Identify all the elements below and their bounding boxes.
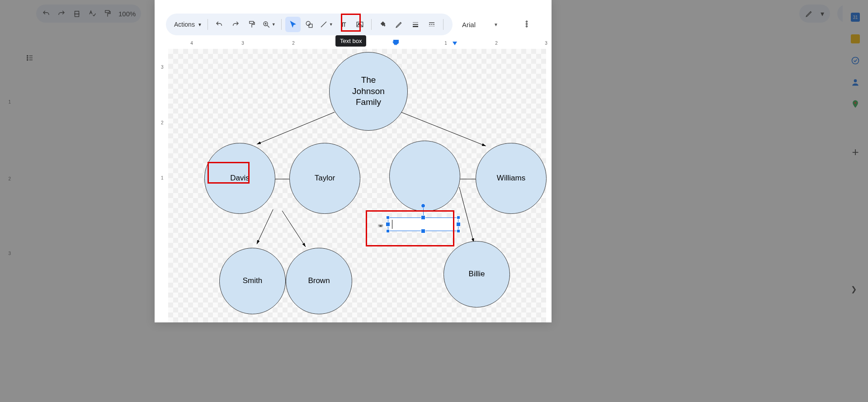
svg-line-36: [282, 211, 306, 247]
calendar-icon[interactable]: 31: [851, 13, 860, 22]
shape-tool[interactable]: [302, 17, 317, 32]
svg-line-35: [257, 209, 273, 244]
svg-point-16: [306, 21, 310, 25]
svg-rect-0: [75, 14, 79, 17]
svg-point-9: [854, 79, 857, 82]
svg-point-2: [27, 55, 28, 56]
maps-icon[interactable]: [851, 99, 860, 109]
separator: [281, 19, 282, 30]
node-williams[interactable]: Williams: [476, 143, 547, 214]
actions-label: Actions: [174, 21, 195, 28]
resize-handle-se[interactable]: [457, 229, 460, 233]
svg-line-30: [257, 112, 335, 144]
docs-vertical-ruler: 1 2 3: [0, 27, 14, 296]
spellcheck-icon[interactable]: [88, 9, 97, 18]
undo-icon[interactable]: [42, 9, 51, 18]
chevron-down-icon: ▾: [820, 9, 825, 18]
caret-down-icon: ▼: [272, 22, 276, 27]
undo-button[interactable]: [212, 17, 227, 32]
svg-line-18: [321, 22, 326, 27]
textbox-tooltip: Text box: [335, 35, 366, 47]
svg-point-28: [526, 24, 528, 25]
node-brown[interactable]: Brown: [286, 248, 352, 314]
svg-rect-11: [250, 21, 254, 24]
drawing-vertical-ruler: 3 2 1: [159, 49, 167, 322]
side-panel: 31 + ❯: [843, 5, 868, 294]
resize-handle-e[interactable]: [456, 222, 461, 227]
fill-color-button[interactable]: [375, 17, 391, 32]
node-taylor[interactable]: Taylor: [289, 143, 360, 214]
node-root[interactable]: The Johnson Family: [329, 52, 408, 131]
actions-menu[interactable]: Actions ▼: [172, 17, 204, 32]
outline-toggle-icon[interactable]: [22, 50, 38, 66]
more-options-button[interactable]: [520, 17, 533, 31]
border-dash-button[interactable]: [424, 17, 439, 32]
tasks-icon[interactable]: [851, 56, 860, 65]
separator: [208, 19, 208, 30]
node-billie[interactable]: Billie: [443, 241, 510, 307]
svg-point-10: [854, 102, 856, 104]
font-selector[interactable]: Arial ▼: [462, 14, 498, 35]
redo-icon[interactable]: [57, 9, 66, 18]
caret-down-icon: ▼: [198, 22, 202, 27]
paint-format-icon[interactable]: [103, 9, 112, 18]
collapse-panel-icon[interactable]: ❯: [851, 285, 860, 294]
highlight-davis: [208, 162, 250, 184]
highlight-textbox-tool: [341, 14, 361, 32]
contacts-icon[interactable]: [851, 78, 860, 87]
svg-line-34: [459, 187, 474, 242]
resize-handle-ne[interactable]: [457, 216, 460, 219]
svg-point-8: [852, 57, 859, 64]
border-weight-button[interactable]: [408, 17, 423, 32]
separator: [371, 19, 372, 30]
svg-rect-17: [309, 24, 312, 28]
zoom-button[interactable]: ▼: [260, 17, 278, 32]
font-name: Arial: [462, 21, 476, 28]
drawing-dialog: Actions ▼ ▼ ▼ Arial ▼ Text box 4: [155, 0, 552, 322]
highlight-textbox: [366, 210, 454, 246]
svg-line-13: [267, 25, 269, 28]
paint-format-button[interactable]: [244, 17, 259, 32]
add-addon-icon[interactable]: +: [851, 147, 860, 156]
caret-down-icon: ▼: [494, 22, 498, 27]
svg-rect-1: [105, 10, 109, 13]
svg-line-31: [401, 112, 486, 146]
redo-button[interactable]: [228, 17, 243, 32]
separator: [443, 19, 443, 30]
svg-point-29: [526, 26, 528, 27]
border-color-button[interactable]: [392, 17, 407, 32]
svg-point-4: [27, 59, 28, 60]
select-tool[interactable]: [285, 17, 301, 32]
edit-mode-icon[interactable]: [805, 9, 814, 18]
zoom-level[interactable]: 100%: [118, 10, 136, 18]
svg-point-27: [526, 21, 528, 22]
rotation-handle[interactable]: [421, 203, 425, 208]
keep-icon[interactable]: [851, 34, 860, 43]
node-blank[interactable]: [389, 141, 460, 212]
svg-point-3: [27, 57, 28, 58]
print-icon[interactable]: [72, 9, 81, 18]
node-smith[interactable]: Smith: [219, 248, 286, 314]
line-tool[interactable]: ▼: [318, 17, 335, 32]
drawing-toolbar: Actions ▼ ▼ ▼: [166, 14, 453, 35]
drawing-canvas[interactable]: The Johnson Family Davis Taylor Williams…: [168, 49, 546, 322]
